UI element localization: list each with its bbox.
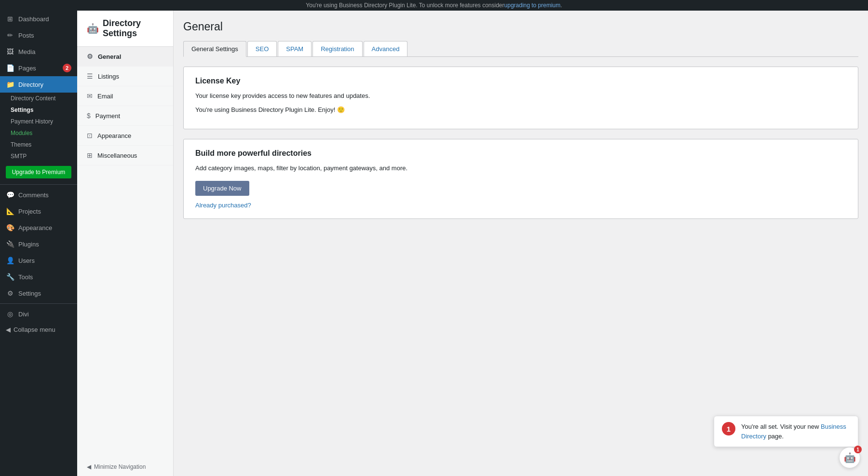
sub-nav-listings[interactable]: ☰ Listings [77,67,173,86]
main-content: General General Settings SEO SPAM Regist… [174,11,868,476]
sub-nav-payment[interactable]: $ Payment [77,106,173,126]
sidebar-item-plugins[interactable]: 🔌 Plugins [0,236,77,252]
notification-bubble: 1 You're all set. Visit your new Busines… [714,416,858,447]
build-directories-title: Build more powerful directories [195,149,846,158]
sub-nav-email-label: Email [97,93,113,100]
sidebar-item-appearance[interactable]: 🎨 Appearance [0,219,77,236]
upgrade-now-button[interactable]: Upgrade Now [195,181,249,196]
main-layout: ⊞ Dashboard ✏ Posts 🖼 Media 📄 Pages 2 📁 … [0,11,868,476]
sidebar-sub-payment-history[interactable]: Payment History [0,116,77,127]
sub-nav-miscellaneous[interactable]: ⊞ Miscellaneous [77,146,173,165]
minimize-nav-label: Minimize Navigation [94,463,146,470]
general-nav-icon: ⚙ [87,53,93,60]
chat-badge: 1 [854,446,862,453]
sidebar-label-plugins: Plugins [18,241,39,248]
sidebar-sub-modules[interactable]: Modules [0,127,77,139]
sidebar-divider-2 [0,303,77,304]
sidebar-item-users[interactable]: 👤 Users [0,252,77,269]
sidebar-item-projects[interactable]: 📐 Projects [0,203,77,219]
misc-nav-icon: ⊞ [87,151,93,159]
notif-text-before: You're all set. Visit your new [741,423,821,430]
sidebar-item-dashboard[interactable]: ⊞ Dashboard [0,11,77,27]
top-bar: You're using Business Directory Plugin L… [0,0,868,11]
pages-badge: 2 [63,64,71,72]
sidebar-item-media[interactable]: 🖼 Media [0,43,77,60]
tab-registration[interactable]: Registration [312,41,362,56]
chat-robot-icon: 🤖 [844,452,856,463]
sidebar-sub-directory-content[interactable]: Directory Content [0,93,77,104]
sidebar-label-dashboard: Dashboard [18,15,49,23]
sidebar-item-divi[interactable]: ◎ Divi [0,306,77,322]
tab-general-settings[interactable]: General Settings [183,41,246,57]
minimize-nav-arrow-icon: ◀ [87,463,91,470]
directory-settings-title: Directory Settings [103,18,163,39]
plugins-icon: 🔌 [6,240,14,248]
already-purchased-link[interactable]: Already purchased? [195,202,846,209]
top-bar-text: You're using Business Directory Plugin L… [306,2,504,9]
sub-nav-email[interactable]: ✉ Email [77,86,173,106]
appearance-icon: 🎨 [6,223,14,232]
collapse-menu-label: Collapse menu [14,326,55,333]
divi-icon: ◎ [6,310,14,318]
top-bar-suffix: . [560,2,562,9]
sidebar-label-pages: Pages [18,65,36,72]
upgrade-to-premium-button[interactable]: Upgrade to Premium [6,166,71,178]
sub-nav-listings-label: Listings [98,73,119,80]
sidebar-sub-settings[interactable]: Settings [0,104,77,116]
email-nav-icon: ✉ [87,92,93,100]
license-key-text1: Your license key provides access to new … [195,91,846,101]
upgrade-link[interactable]: upgrading to premium [504,2,561,9]
license-key-section: License Key Your license key provides ac… [183,67,858,129]
sidebar-item-comments[interactable]: 💬 Comments [0,187,77,203]
tab-advanced[interactable]: Advanced [364,41,408,56]
sub-sidebar: 🤖 Directory Settings ⚙ General ☰ Listing… [77,11,174,476]
notification-badge: 1 [722,422,735,435]
sidebar-divider [0,184,77,185]
build-directories-section: Build more powerful directories Add cate… [183,139,858,219]
sidebar-item-tools[interactable]: 🔧 Tools [0,269,77,285]
sidebar-label-directory: Directory [18,81,43,88]
sub-nav-misc-label: Miscellaneous [97,152,137,159]
payment-nav-icon: $ [87,112,91,120]
sidebar-sub-themes[interactable]: Themes [0,139,77,150]
sidebar-item-settings[interactable]: ⚙ Settings [0,285,77,301]
directory-settings-icon: 🤖 [87,23,99,34]
dashboard-icon: ⊞ [6,14,14,23]
sidebar-label-divi: Divi [18,311,29,318]
sidebar-label-settings: Settings [18,290,41,297]
license-key-text2: You're using Business Directory Plugin L… [195,105,846,115]
sub-nav-payment-label: Payment [95,112,120,120]
sub-nav-general-label: General [98,53,121,60]
notif-text-after: page. [766,433,784,440]
sub-nav-appearance[interactable]: ⊡ Appearance [77,126,173,146]
directory-icon: 📁 [6,80,14,89]
sidebar-label-tools: Tools [18,273,33,281]
license-key-title: License Key [195,77,846,85]
sidebar-label-comments: Comments [18,191,49,199]
sub-sidebar-header: 🤖 Directory Settings [77,11,173,47]
media-icon: 🖼 [6,47,14,56]
pages-icon: 📄 [6,64,14,72]
sidebar-sub-smtp[interactable]: SMTP [0,150,77,162]
minimize-nav-button[interactable]: ◀ Minimize Navigation [77,458,173,476]
listings-nav-icon: ☰ [87,72,93,80]
sub-nav-general[interactable]: ⚙ General [77,47,173,67]
collapse-arrow-icon: ◀ [6,326,11,333]
projects-icon: 📐 [6,207,14,216]
sidebar-item-posts[interactable]: ✏ Posts [0,27,77,43]
sidebar-item-directory[interactable]: 📁 Directory [0,76,77,93]
chat-icon-button[interactable]: 🤖 1 [839,447,860,468]
collapse-menu-button[interactable]: ◀ Collapse menu [0,322,77,337]
posts-icon: ✏ [6,31,14,40]
tab-seo[interactable]: SEO [247,41,277,56]
page-title: General [183,20,858,33]
tab-bar: General Settings SEO SPAM Registration A… [183,41,858,57]
sidebar-label-users: Users [18,257,35,264]
sidebar-label-posts: Posts [18,32,34,39]
sidebar-item-pages[interactable]: 📄 Pages 2 [0,60,77,76]
notification-text: You're all set. Visit your new Business … [741,422,850,441]
sidebar: ⊞ Dashboard ✏ Posts 🖼 Media 📄 Pages 2 📁 … [0,11,77,476]
build-directories-desc: Add category images, maps, filter by loc… [195,163,846,174]
tab-spam[interactable]: SPAM [278,41,312,56]
settings-icon: ⚙ [6,289,14,298]
